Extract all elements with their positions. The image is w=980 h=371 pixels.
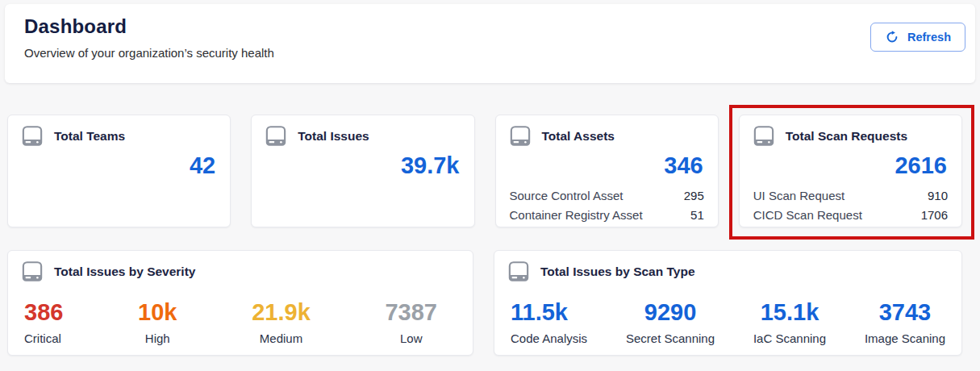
total-scan-requests-card: Total Scan Requests 2616 UI Scan Request… (739, 115, 962, 227)
stat-label: IaC Scanning (753, 331, 826, 345)
card-head: Total Teams (21, 126, 217, 146)
card-head: Total Scan Requests (753, 126, 949, 146)
total-scan-requests-value: 2616 (753, 151, 949, 180)
card-head: Total Issues by Severity (21, 261, 460, 281)
severity-stat-critical: 386 Critical (24, 298, 63, 345)
stat-value: 3743 (865, 298, 945, 326)
sub-row: CICD Scan Request 1706 (753, 205, 949, 224)
stat-label: Secret Scanning (626, 331, 715, 345)
scan-request-breakdown: UI Scan Request 910 CICD Scan Request 17… (753, 186, 949, 224)
scan-type-stat-code-analysis: 11.5k Code Analysis (511, 298, 587, 345)
stat-label: Code Analysis (511, 331, 587, 345)
card-title: Total Issues by Severity (54, 265, 195, 279)
stat-value: 7387 (385, 298, 437, 326)
drive-icon (265, 126, 287, 146)
drive-icon (753, 126, 775, 146)
stat-value: 10k (138, 298, 177, 326)
stat-label: Critical (24, 331, 63, 345)
total-issues-value: 39.7k (265, 151, 461, 180)
card-title: Total Scan Requests (786, 129, 907, 144)
severity-stat-high: 10k High (138, 298, 177, 345)
card-head: Total Assets (509, 126, 705, 146)
page-header: Dashboard Overview of your organization’… (5, 4, 975, 83)
stat-label: Low (385, 331, 437, 345)
sub-row-label: CICD Scan Request (753, 208, 862, 222)
severity-stats: 386 Critical 10k High 21.9k Medium 7387 … (21, 298, 460, 345)
summary-cards-row: Total Issues by Severity 386 Critical 10… (0, 250, 980, 356)
refresh-button[interactable]: Refresh (870, 23, 965, 52)
sub-row: UI Scan Request 910 (753, 186, 949, 205)
card-title: Total Issues by Scan Type (540, 265, 695, 279)
stat-value: 21.9k (252, 298, 311, 326)
stat-value: 9290 (626, 298, 715, 326)
issues-by-scan-type-card: Total Issues by Scan Type 11.5k Code Ana… (494, 250, 962, 356)
card-title: Total Teams (54, 129, 125, 144)
stat-value: 11.5k (511, 298, 587, 326)
page-title: Dashboard (24, 15, 274, 38)
sub-row-label: UI Scan Request (753, 189, 844, 202)
asset-breakdown: Source Control Asset 295 Container Regis… (509, 186, 705, 224)
sub-row-value: 51 (690, 208, 704, 222)
total-assets-card: Total Assets 346 Source Control Asset 29… (495, 115, 719, 227)
stat-value: 15.1k (753, 298, 826, 326)
card-title: Total Assets (542, 129, 615, 144)
stat-cards-row: Total Teams 42 Total Issues 39.7k (0, 115, 980, 227)
card-head: Total Issues by Scan Type (507, 261, 949, 281)
refresh-icon (885, 30, 899, 44)
stat-label: Medium (252, 331, 311, 345)
stat-value: 386 (24, 298, 63, 326)
total-assets-value: 346 (509, 151, 705, 180)
severity-stat-medium: 21.9k Medium (252, 298, 311, 345)
severity-stat-low: 7387 Low (385, 298, 437, 345)
total-teams-value: 42 (21, 151, 217, 180)
drive-icon (21, 126, 44, 146)
sub-row-label: Source Control Asset (510, 189, 623, 202)
drive-icon (507, 261, 530, 281)
sub-row-value: 1706 (921, 208, 948, 222)
card-title: Total Issues (298, 129, 369, 144)
drive-icon (509, 126, 532, 146)
sub-row-value: 295 (684, 189, 704, 202)
page-subtitle: Overview of your organization’s security… (24, 46, 274, 60)
sub-row-label: Container Registry Asset (510, 208, 643, 222)
total-issues-card: Total Issues 39.7k (251, 115, 474, 227)
stat-label: Image Scaning (865, 331, 945, 345)
scan-type-stat-secret-scanning: 9290 Secret Scanning (626, 298, 715, 345)
sub-row: Container Registry Asset 51 (509, 205, 705, 224)
page-header-text: Dashboard Overview of your organization’… (24, 15, 274, 60)
scan-type-stat-iac-scanning: 15.1k IaC Scanning (753, 298, 826, 345)
issues-by-severity-card: Total Issues by Severity 386 Critical 10… (7, 250, 473, 356)
scan-type-stats: 11.5k Code Analysis 9290 Secret Scanning… (507, 298, 949, 345)
drive-icon (21, 261, 44, 281)
card-head: Total Issues (265, 126, 461, 146)
stat-label: High (138, 331, 177, 345)
total-teams-card: Total Teams 42 (7, 115, 231, 227)
sub-row-value: 910 (928, 189, 948, 202)
sub-row: Source Control Asset 295 (509, 186, 705, 205)
refresh-button-label: Refresh (907, 31, 951, 44)
scan-type-stat-image-scanning: 3743 Image Scaning (865, 298, 945, 345)
